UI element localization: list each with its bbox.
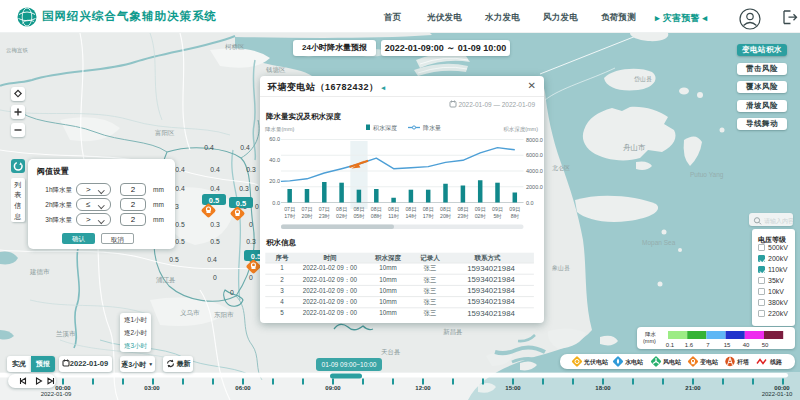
svg-text:10mm: 10mm [379, 264, 397, 271]
svg-text:0.5: 0.5 [210, 238, 220, 245]
svg-text:08日: 08日 [336, 206, 347, 212]
svg-text:0.3: 0.3 [210, 221, 220, 228]
svg-text:东阳市: 东阳市 [214, 311, 234, 319]
svg-text:15934021984: 15934021984 [467, 309, 515, 318]
svg-text:记录人: 记录人 [419, 254, 440, 262]
svg-text:2022-01-02 09：00: 2022-01-02 09：00 [303, 276, 358, 283]
svg-text:0.5: 0.5 [175, 238, 185, 245]
svg-text:0.0: 0.0 [272, 200, 280, 206]
svg-text:2022-01-02 09：00: 2022-01-02 09：00 [303, 264, 358, 271]
svg-text:张三: 张三 [424, 309, 437, 317]
svg-text:0.3: 0.3 [246, 238, 256, 245]
svg-text:3: 3 [280, 287, 284, 294]
svg-text:08日: 08日 [457, 206, 468, 212]
svg-text:云梅宣铁: 云梅宣铁 [6, 47, 29, 54]
svg-text:建德市: 建德市 [29, 268, 50, 276]
svg-text:11时: 11时 [388, 213, 399, 219]
svg-text:09日: 09日 [475, 206, 486, 212]
svg-text:10mm: 10mm [379, 276, 397, 283]
svg-text:1: 1 [280, 264, 284, 271]
svg-text:17时: 17时 [423, 213, 435, 219]
svg-text:10mm: 10mm [379, 309, 397, 316]
svg-text:1.6: 1.6 [685, 342, 694, 348]
svg-text:浦江县: 浦江县 [156, 276, 176, 284]
svg-text:10mm: 10mm [379, 298, 397, 305]
svg-text:0: 0 [230, 289, 234, 296]
svg-text:0.5: 0.5 [169, 256, 179, 263]
svg-text:07日: 07日 [319, 206, 330, 212]
svg-text:15934021984: 15934021984 [467, 275, 515, 284]
svg-text:08日: 08日 [405, 206, 416, 212]
svg-text:降水: 降水 [645, 331, 657, 337]
svg-text:23时: 23时 [457, 213, 469, 219]
svg-text:2000.0: 2000.0 [526, 184, 543, 190]
svg-text:张三: 张三 [424, 287, 437, 295]
svg-text:0.5: 0.5 [175, 221, 185, 228]
svg-text:积水深度: 积水深度 [373, 124, 397, 132]
svg-text:积水深度(mm): 积水深度(mm) [503, 126, 538, 133]
svg-text:0.3: 0.3 [246, 166, 256, 173]
svg-text:5时: 5时 [493, 213, 502, 219]
svg-text:2: 2 [280, 276, 284, 283]
svg-text:08日: 08日 [423, 206, 434, 212]
svg-text:23时: 23时 [319, 213, 331, 219]
svg-text:张三: 张三 [424, 276, 437, 284]
svg-text:降水量实况及积水深度: 降水量实况及积水深度 [266, 112, 342, 121]
svg-text:0.5: 0.5 [209, 196, 219, 205]
svg-text:14时: 14时 [405, 213, 417, 219]
svg-text:15934021984: 15934021984 [467, 297, 515, 306]
svg-text:0.4: 0.4 [204, 144, 214, 151]
svg-text:0.4: 0.4 [240, 144, 250, 151]
svg-text:风电站: 风电站 [662, 358, 682, 366]
svg-text:0: 0 [249, 274, 253, 281]
svg-text:义乌市: 义乌市 [180, 309, 200, 317]
svg-text:张三: 张三 [424, 264, 437, 272]
svg-text:0: 0 [255, 185, 259, 192]
svg-text:(mm): (mm) [643, 338, 656, 344]
svg-text:05时: 05时 [353, 213, 365, 219]
svg-text:02时: 02时 [475, 213, 487, 219]
svg-text:序号: 序号 [275, 254, 290, 262]
svg-text:10mm: 10mm [379, 287, 397, 294]
svg-text:07日: 07日 [302, 206, 313, 212]
svg-text:0.1: 0.1 [666, 342, 675, 348]
svg-text:08日: 08日 [371, 206, 382, 212]
svg-text:新昌县: 新昌县 [443, 328, 463, 335]
svg-text:4000.0: 4000.0 [526, 168, 543, 174]
svg-text:联系方式: 联系方式 [474, 254, 502, 262]
svg-text:光伏电站: 光伏电站 [583, 358, 609, 366]
svg-text:天台县: 天台县 [381, 348, 401, 356]
svg-text:4: 4 [280, 298, 284, 305]
svg-text:0.4: 0.4 [175, 185, 185, 192]
svg-text:富阳区: 富阳区 [155, 129, 175, 137]
svg-text:08日: 08日 [353, 206, 364, 212]
svg-text:8时: 8时 [511, 213, 520, 219]
svg-text:15: 15 [724, 342, 731, 348]
svg-text:0.3: 0.3 [239, 185, 249, 192]
svg-text:20.0: 20.0 [269, 178, 280, 184]
svg-text:15934021984: 15934021984 [467, 264, 515, 273]
svg-text:0: 0 [255, 203, 259, 210]
svg-text:请输入内容: 请输入内容 [764, 217, 793, 225]
svg-text:钱塘区: 钱塘区 [265, 66, 286, 74]
svg-text:Putuo Yang: Putuo Yang [690, 171, 724, 179]
svg-text:60.0: 60.0 [269, 136, 280, 142]
svg-text:0.5: 0.5 [236, 199, 246, 208]
svg-text:7: 7 [706, 342, 710, 348]
svg-text:20时: 20时 [302, 213, 314, 219]
svg-text:40: 40 [743, 342, 750, 348]
svg-text:时间: 时间 [324, 254, 338, 262]
svg-text:40.0: 40.0 [269, 157, 280, 163]
svg-text:0: 0 [213, 274, 217, 281]
svg-text:0.4: 0.4 [210, 185, 220, 192]
svg-text:15934021984: 15934021984 [467, 286, 515, 295]
svg-text:变电站: 变电站 [699, 358, 719, 366]
svg-text:降水量(mm): 降水量(mm) [265, 126, 294, 132]
svg-text:17时: 17时 [284, 213, 296, 219]
svg-text:8000.0: 8000.0 [526, 137, 543, 143]
svg-text:09日: 09日 [509, 206, 520, 212]
svg-text:2022-01-02 09：00: 2022-01-02 09：00 [303, 309, 358, 316]
svg-text:6000.0: 6000.0 [526, 152, 543, 158]
svg-text:象山县: 象山县 [552, 265, 570, 271]
svg-text:0.4: 0.4 [207, 256, 217, 263]
